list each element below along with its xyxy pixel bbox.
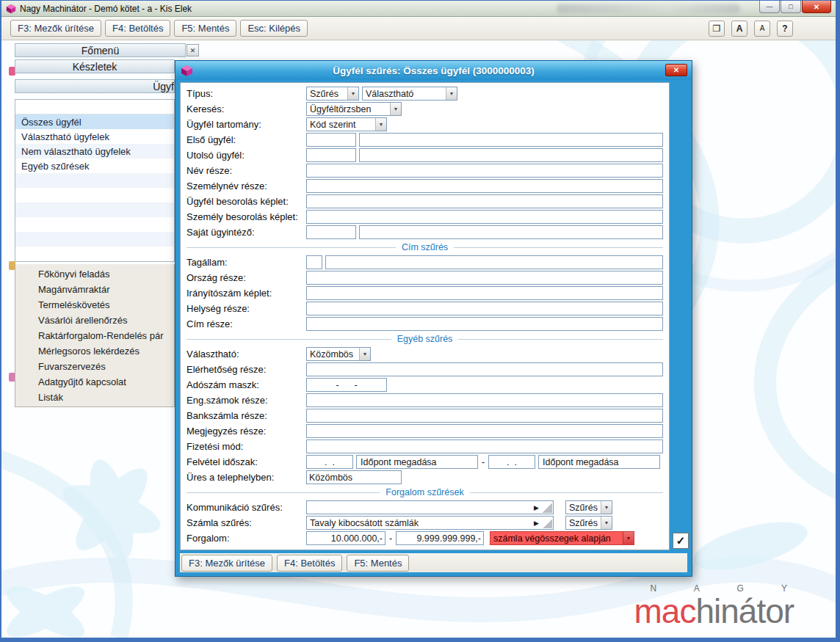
clear-fields-button[interactable]: F3: Mezők ürítése — [10, 20, 101, 37]
utolso-ugyfel-nev-input[interactable] — [359, 148, 663, 162]
help-button[interactable]: ? — [777, 21, 793, 37]
list-item-empty[interactable] — [15, 188, 174, 203]
tagallam-kod-input[interactable] — [306, 255, 322, 269]
sajat-ugyintezo-kod-input[interactable] — [306, 225, 356, 239]
main-toolbar: F3: Mezők ürítése F4: Betöltés F5: Menté… — [1, 17, 836, 40]
menu-item[interactable]: Adatgyűjtő kapcsolat — [15, 374, 174, 390]
section-forgalom-szuresek: Forgalom szűrések — [187, 485, 663, 500]
adoszam-maszk-input[interactable] — [306, 378, 387, 392]
menu-item[interactable]: Fuvarszervezés — [15, 359, 174, 374]
idopont-megadasa-ig-button[interactable]: Időpont megadása — [538, 455, 660, 469]
ugyfel-window-titlebar[interactable]: Ügyf — [15, 79, 175, 93]
fomenu-window-titlebar[interactable]: Főmenü — [15, 43, 186, 57]
dialog-load-button[interactable]: F4: Betöltés — [277, 555, 342, 572]
list-item-empty[interactable] — [15, 232, 174, 247]
toolbar-right-group: ❐ A A ? — [709, 21, 793, 37]
menu-item[interactable]: Raktárforgalom-Rendelés pár — [15, 328, 174, 343]
maximize-button[interactable]: □ — [781, 1, 801, 13]
fizetesi-mod-input[interactable] — [306, 439, 663, 453]
menu-item[interactable]: Magánvámraktár — [15, 282, 174, 297]
list-item-egyeb-szuresek[interactable]: Egyéb szűrések — [15, 158, 174, 173]
obscured-text — [557, 4, 740, 13]
szamla-picker[interactable]: Tavaly kibocsátott számlák ▶ — [306, 516, 554, 530]
field-fizetesi-mod: Fizetési mód: — [187, 439, 663, 454]
iranyitoszam-keplet-input[interactable] — [306, 286, 663, 300]
forgalom-mode-select[interactable]: számla végösszegek alapján▼ — [490, 531, 634, 545]
kommunikacio-picker[interactable]: ▶ — [306, 500, 554, 514]
elso-ugyfel-nev-input[interactable] — [359, 133, 663, 147]
szamla-szures-select[interactable]: Szűrés▼ — [565, 516, 612, 530]
felvetel-tol-input[interactable] — [306, 455, 353, 469]
cim-resze-input[interactable] — [306, 317, 663, 331]
field-bankszamla-resze: Bankszámla része: — [187, 408, 663, 423]
window-titlebar: Nagy Machinátor - Demó kötet - a - Kis E… — [1, 1, 836, 17]
bankszamla-resze-input[interactable] — [306, 409, 663, 423]
dialog-clear-fields-button[interactable]: F3: Mezők ürítése — [181, 555, 272, 572]
fomenu-close-button[interactable]: ✕ — [187, 44, 199, 56]
menu-item[interactable]: Vásárlói árellenőrzés — [15, 313, 174, 328]
resize-grip-icon[interactable] — [543, 519, 552, 528]
save-button[interactable]: F5: Mentés — [174, 20, 236, 37]
field-ugyfel-tartomany: Ügyfél tartomány: Kód szerint▼ — [187, 117, 663, 132]
nev-resze-input[interactable] — [306, 164, 663, 178]
dialog-right-strip: ✓ — [670, 82, 692, 550]
list-item-nem-valaszthato-ugyfelek[interactable]: Nem választható ügyfelek — [15, 144, 174, 158]
dialog-save-button[interactable]: F5: Mentés — [347, 555, 409, 572]
szemelynev-resze-input[interactable] — [306, 179, 663, 193]
chevron-down-icon: ▼ — [446, 87, 457, 100]
elerhetoseg-resze-input[interactable] — [306, 362, 663, 376]
kereses-select[interactable]: Ügyféltörzsben▼ — [306, 102, 402, 116]
elso-ugyfel-kod-input[interactable] — [306, 133, 356, 147]
exit-button[interactable]: Esc: Kilépés — [240, 20, 308, 37]
forgalom-min-input[interactable] — [306, 531, 385, 545]
dialog-body: Típus: Szűrés▼ Választható▼ Keresés: Ügy… — [175, 80, 692, 553]
list-item-empty[interactable] — [15, 173, 174, 188]
ures-telephelyben-input[interactable] — [306, 470, 402, 484]
list-item-osszes-ugyfel[interactable]: Összes ügyfél — [15, 114, 174, 129]
valaszthato-select[interactable]: Közömbös▼ — [306, 347, 371, 361]
szemely-besorolas-input[interactable] — [306, 210, 663, 224]
menu-item[interactable]: Mérlegsoros lekérdezés — [15, 343, 174, 359]
idopont-megadasa-tol-button[interactable]: Időpont megadása — [356, 455, 478, 469]
font-increase-button[interactable]: A — [731, 21, 747, 37]
app-window: Nagy Machinátor - Demó kötet - a - Kis E… — [0, 0, 840, 642]
load-button[interactable]: F4: Betöltés — [105, 20, 170, 37]
sajat-ugyintezo-nev-input[interactable] — [359, 225, 663, 239]
dialog-titlebar[interactable]: Ügyfél szűrés: Összes ügyfél (3000000003… — [175, 61, 692, 80]
utolso-ugyfel-kod-input[interactable] — [306, 148, 356, 162]
tipus-value-select[interactable]: Választható▼ — [362, 87, 457, 101]
minimize-button[interactable]: — — [759, 1, 780, 13]
window-restore-button[interactable]: ❐ — [709, 21, 725, 37]
field-sajat-ugyintezo: Saját ügyintéző: — [187, 225, 663, 240]
ugyfel-besorolas-input[interactable] — [306, 194, 663, 208]
confirm-checkbox[interactable]: ✓ — [673, 533, 689, 549]
felvetel-ig-input[interactable] — [488, 455, 535, 469]
chevron-down-icon: ▼ — [601, 501, 612, 514]
list-item-empty[interactable] — [15, 217, 174, 232]
helyseg-resze-input[interactable] — [306, 302, 663, 315]
orszag-resze-input[interactable] — [306, 271, 663, 285]
resize-grip-icon[interactable] — [543, 503, 552, 513]
list-item-empty[interactable] — [15, 247, 174, 261]
workspace: Főmenü ✕ Készletek Ügyf Összes ügyfél Vá… — [1, 40, 836, 638]
font-decrease-button[interactable]: A — [754, 21, 770, 37]
tagallam-nev-input[interactable] — [325, 255, 663, 269]
expand-right-icon: ▶ — [534, 519, 543, 527]
list-item-empty[interactable] — [15, 203, 174, 217]
tipus-mode-select[interactable]: Szűrés▼ — [306, 87, 359, 101]
keszletek-title: Készletek — [73, 61, 117, 73]
list-header — [15, 100, 174, 114]
engszamok-resze-input[interactable] — [306, 393, 663, 407]
list-item-valaszthato-ugyfelek[interactable]: Választható ügyfelek — [15, 129, 174, 144]
expand-right-icon: ▶ — [534, 504, 543, 511]
close-button[interactable]: ✕ — [802, 1, 831, 13]
dialog-close-button[interactable]: ✕ — [665, 64, 687, 76]
keszletek-window-titlebar[interactable]: Készletek — [15, 59, 175, 73]
menu-item[interactable]: Termeléskövetés — [15, 297, 174, 313]
menu-item[interactable]: Főkönyvi feladás — [15, 266, 174, 282]
tartomany-select[interactable]: Kód szerint▼ — [306, 117, 387, 131]
forgalom-max-input[interactable] — [396, 531, 484, 545]
menu-item[interactable]: Listák — [15, 390, 174, 405]
megjegyzes-resze-input[interactable] — [306, 424, 663, 438]
kommunikacio-szures-select[interactable]: Szűrés▼ — [565, 500, 612, 514]
